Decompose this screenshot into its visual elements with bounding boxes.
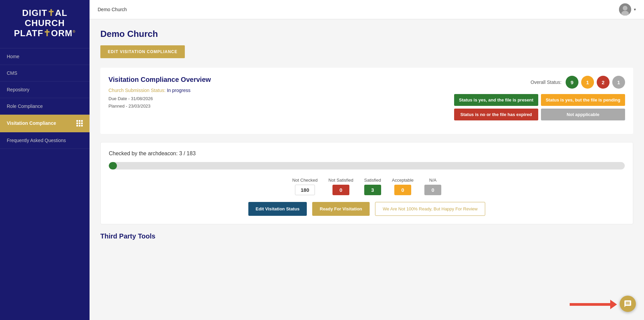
status-badge-red: 2 <box>597 76 610 89</box>
status-badge-yellow: 1 <box>581 76 594 89</box>
chat-icon <box>624 300 632 308</box>
logo-text: DIGIT✝AL CHURCH PLATF✝ORM® <box>7 8 83 39</box>
stat-label-satisfied: Satisfied <box>364 178 381 183</box>
sidebar-item-repository[interactable]: Repository <box>0 82 90 98</box>
stat-not-satisfied: Not Satisfied 0 <box>328 178 353 195</box>
progress-bar <box>109 162 625 169</box>
ready-for-visitation-button[interactable]: Ready For Visitation <box>312 202 369 216</box>
stats-box: Checked by the archdeacon: 3 / 183 Not C… <box>100 142 633 224</box>
main-content: Demo Church ▾ Demo Church EDIT VISITATIO… <box>90 0 644 320</box>
stat-value-not-checked: 180 <box>295 185 315 195</box>
status-badge-green: 9 <box>566 76 578 89</box>
stat-value-na: 0 <box>424 185 441 195</box>
legend-yellow: Status is yes, but the file is pending <box>541 94 625 106</box>
page-content: Demo Church EDIT VISITATION COMPLIANCE V… <box>90 19 644 320</box>
stat-satisfied: Satisfied 3 <box>364 178 381 195</box>
status-badge-gray: 1 <box>612 76 625 89</box>
stat-label-na: N/A <box>429 178 437 183</box>
sidebar-item-cms[interactable]: CMS <box>0 65 90 82</box>
breadcrumb: Demo Church <box>98 7 127 12</box>
overall-status: Overall Status: 9 1 2 1 <box>530 76 625 89</box>
sidebar-item-role-compliance[interactable]: Role Compliance <box>0 98 90 115</box>
stat-label-acceptable: Acceptable <box>392 178 414 183</box>
checked-label: Checked by the archdeacon: 3 / 183 <box>109 151 625 157</box>
stat-value-satisfied: 3 <box>364 185 381 195</box>
stat-value-not-satisfied: 0 <box>332 185 349 195</box>
legend: Status is yes, and the file is present S… <box>454 94 625 120</box>
sidebar-nav: Home CMS Repository Role Compliance Visi… <box>0 48 90 320</box>
stats-row: Not Checked 180 Not Satisfied 0 Satisfie… <box>109 178 625 195</box>
overall-label: Overall Status: <box>530 79 562 85</box>
due-date: Due Date - 31/08/2026 <box>108 95 211 102</box>
stat-label-not-checked: Not Checked <box>292 178 318 183</box>
chevron-down-icon: ▾ <box>634 7 636 12</box>
avatar <box>619 3 631 16</box>
grid-icon <box>76 120 83 127</box>
submission-status: Church Submission Status: In progress <box>108 88 211 93</box>
stat-not-checked: Not Checked 180 <box>292 178 318 195</box>
progress-bar-fill <box>109 162 117 169</box>
overview-section: Visitation Compliance Overview Church Su… <box>100 68 633 134</box>
sidebar: DIGIT✝AL CHURCH PLATF✝ORM® Home CMS Repo… <box>0 0 90 320</box>
overview-left: Visitation Compliance Overview Church Su… <box>108 76 211 110</box>
legend-red: Status is no or the file has expired <box>454 109 538 120</box>
sidebar-logo: DIGIT✝AL CHURCH PLATF✝ORM® <box>0 0 90 48</box>
action-buttons: Edit Visitation Status Ready For Visitat… <box>109 202 625 216</box>
not-ready-but-happy-button[interactable]: We Are Not 100% Ready, But Happy For Rev… <box>375 202 486 216</box>
overview-header: Visitation Compliance Overview Church Su… <box>108 76 625 120</box>
edit-visitation-compliance-button[interactable]: EDIT VISITATION COMPLIANCE <box>100 45 185 58</box>
planned-date: Planned - 23/03/2023 <box>108 102 211 110</box>
submission-label[interactable]: Church Submission Status: <box>108 88 166 93</box>
topbar: Demo Church ▾ <box>90 0 644 19</box>
sidebar-item-visitation-compliance[interactable]: Visitation Compliance <box>0 115 90 132</box>
avatar-icon <box>619 3 631 16</box>
edit-visitation-status-button[interactable]: Edit Visitation Status <box>248 202 307 216</box>
user-menu[interactable]: ▾ <box>619 3 636 16</box>
overview-title: Visitation Compliance Overview <box>108 76 211 84</box>
date-info: Due Date - 31/08/2026 Planned - 23/03/20… <box>108 95 211 110</box>
page-title: Demo Church <box>100 29 633 39</box>
legend-green: Status is yes, and the file is present <box>454 94 538 106</box>
third-party-title: Third Party Tools <box>100 232 633 240</box>
legend-gray: Not appplicable <box>541 109 625 120</box>
stat-acceptable: Acceptable 0 <box>392 178 414 195</box>
stat-label-not-satisfied: Not Satisfied <box>328 178 353 183</box>
stat-value-acceptable: 0 <box>394 185 411 195</box>
overview-right: Overall Status: 9 1 2 1 <box>454 76 625 120</box>
sidebar-item-faq[interactable]: Frequently Asked Questions <box>0 132 90 149</box>
submission-value: In progress <box>167 88 191 93</box>
sidebar-item-home[interactable]: Home <box>0 48 90 65</box>
stat-na: N/A 0 <box>424 178 441 195</box>
chat-fab-button[interactable] <box>620 296 636 312</box>
svg-point-1 <box>623 6 627 10</box>
